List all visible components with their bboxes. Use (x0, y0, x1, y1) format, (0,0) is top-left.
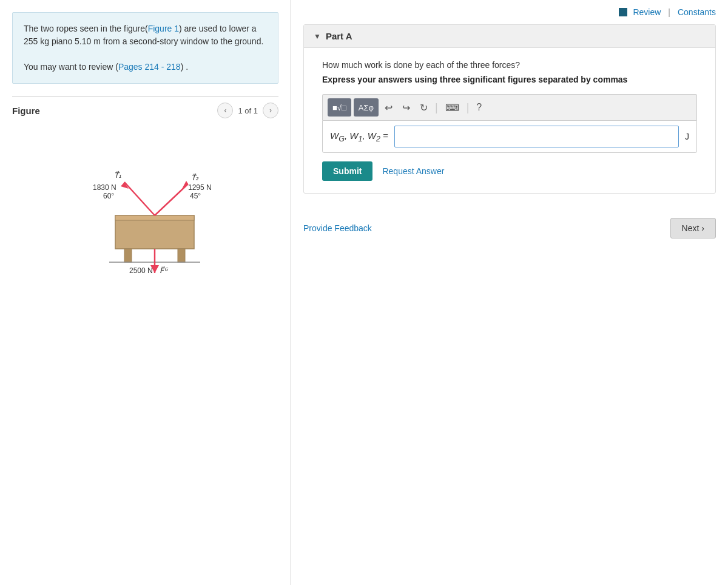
math-template-button[interactable]: ■√□ (328, 98, 351, 117)
toolbar-separator: | (435, 101, 438, 114)
pages-link[interactable]: Pages 214 - 218 (118, 62, 181, 72)
svg-line-7 (155, 184, 188, 215)
svg-text:60°: 60° (103, 192, 114, 200)
svg-rect-1 (124, 249, 132, 262)
greek-button[interactable]: ΑΣφ (354, 98, 379, 117)
math-toolbar: ■√□ ΑΣφ ↩ ↪ ↻ | ⌨ | ? (322, 94, 697, 120)
figure-diagram: T⃗₁ 1830 N 60° T⃗₂ 1295 N 45° F⃗ᴳ 2500 N (12, 124, 278, 288)
toolbar-separator-2: | (467, 101, 470, 114)
review-icon (619, 8, 627, 16)
answer-input[interactable] (394, 126, 679, 147)
constants-link[interactable]: Constants (678, 7, 716, 17)
svg-text:45°: 45° (190, 192, 201, 200)
action-row: Submit Request Answer (322, 161, 697, 181)
request-answer-link[interactable]: Request Answer (382, 166, 444, 176)
figure-counter: 1 of 1 (238, 106, 258, 115)
figure-next-button[interactable]: › (263, 103, 278, 118)
review-text: You may want to review (Pages 214 - 218)… (24, 61, 267, 73)
question-text: How much work is done by each of the thr… (322, 60, 697, 70)
left-panel: The two ropes seen in the figure(Figure … (0, 0, 291, 585)
topbar-separator: | (668, 7, 670, 17)
svg-text:2500 N: 2500 N (129, 266, 153, 275)
figure-svg: T⃗₁ 1830 N 60° T⃗₂ 1295 N 45° F⃗ᴳ 2500 N (61, 143, 231, 276)
svg-text:F⃗ᴳ: F⃗ᴳ (160, 266, 169, 275)
info-text: The two ropes seen in the figure(Figure … (24, 22, 267, 48)
bottom-row: Provide Feedback Next › (303, 206, 716, 251)
unit-label: J (685, 132, 689, 141)
part-header: ▼ Part A (304, 25, 715, 48)
next-button[interactable]: Next › (670, 218, 716, 238)
refresh-button[interactable]: ↻ (416, 100, 431, 116)
answer-row: WG, W1, W2 = J (322, 120, 697, 153)
info-box: The two ropes seen in the figure(Figure … (12, 12, 278, 84)
instruction-text: Express your answers using three signifi… (322, 75, 697, 84)
svg-rect-3 (115, 215, 194, 220)
figure-header: Figure ‹ 1 of 1 › (12, 103, 278, 118)
undo-button[interactable]: ↩ (381, 100, 396, 116)
submit-button[interactable]: Submit (322, 161, 372, 181)
top-bar: Review | Constants (303, 0, 716, 24)
svg-text:T⃗₁: T⃗₁ (114, 171, 121, 180)
collapse-icon[interactable]: ▼ (314, 32, 321, 41)
svg-text:1830 N: 1830 N (93, 183, 116, 192)
provide-feedback-link[interactable]: Provide Feedback (303, 223, 372, 233)
svg-rect-2 (178, 249, 185, 262)
svg-text:1295 N: 1295 N (188, 183, 212, 192)
redo-button[interactable]: ↪ (399, 100, 414, 116)
formula-label: WG, W1, W2 = (330, 130, 388, 143)
help-button[interactable]: ? (473, 100, 485, 115)
figure-prev-button[interactable]: ‹ (217, 103, 233, 118)
part-title: Part A (326, 31, 352, 41)
next-chevron-icon: › (701, 223, 704, 233)
svg-text:T⃗₂: T⃗₂ (191, 173, 199, 182)
part-body: How much work is done by each of the thr… (304, 48, 715, 193)
part-section: ▼ Part A How much work is done by each o… (303, 24, 716, 194)
figure-section: Figure ‹ 1 of 1 › (12, 96, 278, 288)
figure-title: Figure (12, 106, 40, 116)
figure-1-link[interactable]: Figure 1 (148, 24, 179, 33)
keyboard-button[interactable]: ⌨ (442, 100, 463, 116)
svg-line-5 (124, 182, 155, 215)
figure-nav: ‹ 1 of 1 › (217, 103, 278, 118)
right-panel: Review | Constants ▼ Part A How much wor… (291, 0, 728, 585)
review-link[interactable]: Review (619, 7, 661, 17)
